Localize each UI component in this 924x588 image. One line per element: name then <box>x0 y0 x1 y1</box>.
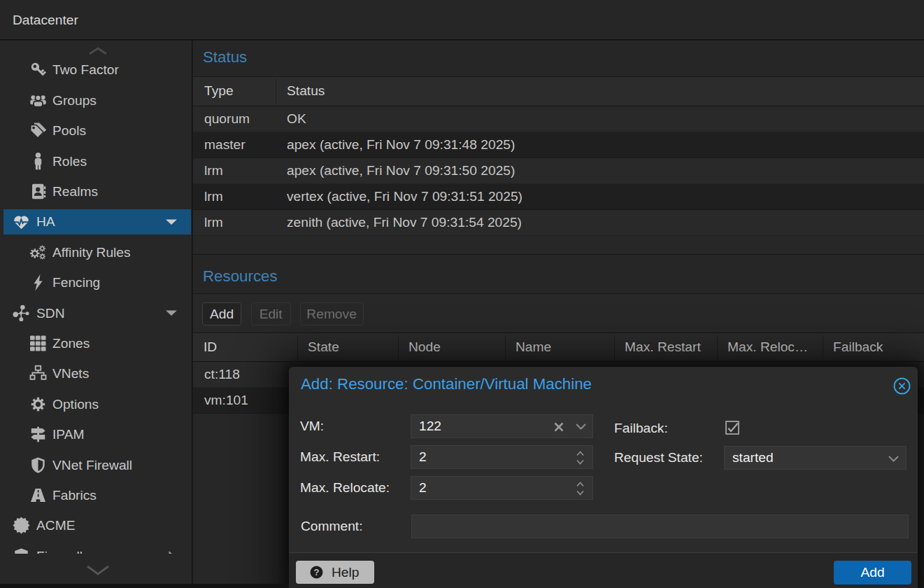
svg-text:?: ? <box>314 567 320 578</box>
